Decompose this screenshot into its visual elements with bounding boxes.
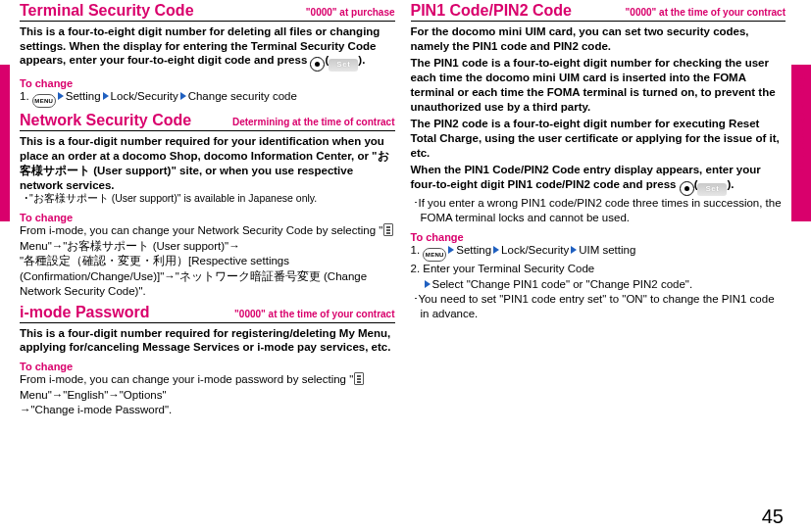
- heading-subtitle: "0000" at purchase: [306, 7, 395, 18]
- text-fragment: ).: [727, 178, 734, 190]
- network-note: ･"お客様サポート (User support)" is available i…: [20, 192, 395, 206]
- text-fragment: Menu"→"お客様サポート (User support)"→: [20, 240, 240, 252]
- nav-step: Setting: [456, 244, 491, 256]
- arrow-icon: [58, 92, 64, 100]
- heading-pin-codes: PIN1 Code/PIN2 Code "0000" at the time o…: [411, 2, 786, 22]
- heading-title: Network Security Code: [20, 112, 191, 129]
- to-change-label: To change: [20, 77, 395, 89]
- heading-title: Terminal Security Code: [20, 2, 194, 20]
- to-change-label: To change: [20, 361, 395, 372]
- page-number: 45: [762, 506, 784, 528]
- heading-subtitle: Determining at the time of contract: [232, 117, 395, 127]
- text-fragment: ).: [358, 54, 365, 66]
- left-column: Terminal Security Code "0000" at purchas…: [20, 0, 395, 418]
- arrow-icon: [180, 92, 186, 100]
- right-column: PIN1 Code/PIN2 Code "0000" at the time o…: [411, 0, 786, 418]
- center-key-icon: [680, 181, 694, 196]
- to-change-label: To change: [411, 231, 786, 243]
- to-change-label: To change: [20, 212, 395, 223]
- text-fragment: →"Change i-mode Password".: [20, 403, 395, 418]
- pin-desc-4: When the PIN1 Code/PIN2 Code entry displ…: [411, 163, 786, 196]
- step-number: 1.: [20, 90, 32, 102]
- pin-desc-3: The PIN2 code is a four-to-eight digit n…: [411, 117, 786, 160]
- heading-subtitle: "0000" at the time of your contract: [234, 309, 394, 319]
- i-menu-icon: [383, 223, 393, 236]
- nav-step: UIM setting: [579, 244, 635, 256]
- side-section-label: Basic Operation: [794, 73, 809, 177]
- text-fragment: From i-mode, you can change your i-mode …: [20, 373, 353, 385]
- text-fragment: Menu"→"English"→"Options": [20, 389, 167, 401]
- terminal-desc: This is a four-to-eight digit number for…: [20, 24, 395, 72]
- pin-step-2: 2. Enter your Terminal Security Code: [411, 262, 786, 277]
- menu-key-icon: MENU: [423, 248, 446, 262]
- text-fragment: Select "Change PIN1 code" or "Change PIN…: [432, 278, 693, 290]
- content-columns: Terminal Security Code "0000" at purchas…: [20, 0, 786, 418]
- pin-desc-2: The PIN1 code is a four-to-eight digit n…: [411, 56, 786, 114]
- menu-key-icon: MENU: [32, 94, 56, 108]
- heading-title: PIN1 Code/PIN2 Code: [411, 2, 572, 20]
- network-desc: This is a four-digit number required for…: [20, 134, 395, 192]
- arrow-icon: [103, 92, 109, 100]
- pin-note-advance: ･You need to set "PIN1 code entry set" t…: [411, 292, 786, 321]
- nav-step: Setting: [66, 90, 101, 102]
- softkey-set-icon: Set: [329, 59, 358, 72]
- heading-network-security: Network Security Code Determining at the…: [20, 112, 395, 131]
- arrow-icon: [571, 246, 577, 254]
- page: Basic Operation Terminal Security Code "…: [0, 0, 811, 532]
- arrow-icon: [493, 246, 499, 254]
- nav-step: Lock/Security: [111, 90, 178, 102]
- imode-change-text: From i-mode, you can change your i-mode …: [20, 372, 395, 418]
- center-key-icon: [310, 57, 325, 72]
- left-color-tab: [0, 65, 10, 221]
- pin-step-2b: Select "Change PIN1 code" or "Change PIN…: [411, 277, 786, 293]
- nav-step: Change security code: [188, 90, 297, 102]
- i-menu-icon: [354, 372, 364, 385]
- arrow-icon: [448, 246, 454, 254]
- text-fragment: From i-mode, you can change your Network…: [20, 224, 382, 236]
- pin-desc-1: For the docomo mini UIM card, you can se…: [411, 24, 786, 53]
- imode-desc: This is a four-digit number required for…: [20, 326, 395, 355]
- pin-note-lock: ･If you enter a wrong PIN1 code/PIN2 cod…: [411, 196, 786, 225]
- heading-terminal-security: Terminal Security Code "0000" at purchas…: [20, 2, 395, 22]
- softkey-set-icon: Set: [697, 183, 727, 196]
- heading-title: i-mode Password: [20, 304, 149, 321]
- pin-step-1: 1. MENUSettingLock/SecurityUIM setting: [411, 243, 786, 262]
- heading-imode-password: i-mode Password "0000" at the time of yo…: [20, 304, 395, 323]
- step-number: 1.: [411, 244, 424, 256]
- terminal-step-1: 1. MENUSettingLock/SecurityChange securi…: [20, 89, 395, 108]
- arrow-icon: [425, 280, 431, 288]
- network-change-text: From i-mode, you can change your Network…: [20, 223, 395, 300]
- text-fragment: "各種設定（確認・変更・利用）[Respective settings (Con…: [20, 254, 395, 300]
- heading-subtitle: "0000" at the time of your contract: [626, 7, 786, 18]
- nav-step: Lock/Security: [501, 244, 569, 256]
